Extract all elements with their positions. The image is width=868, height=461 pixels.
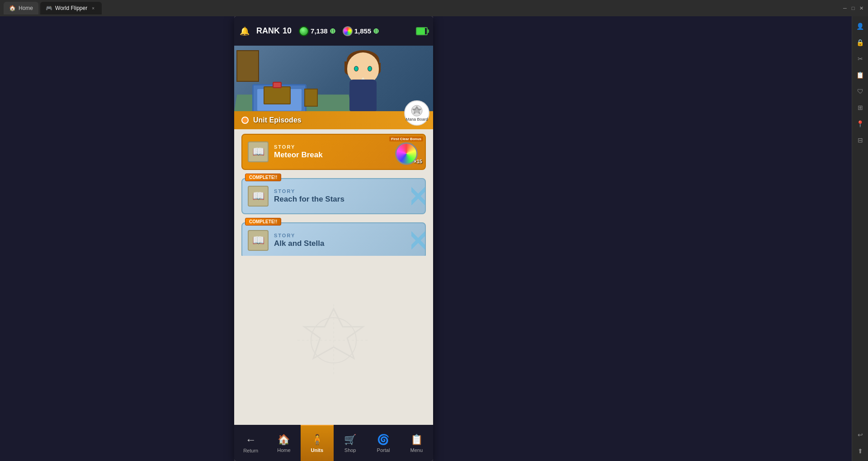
character-left-eye: [354, 66, 359, 71]
mana-board-button[interactable]: Mana Board: [404, 100, 429, 126]
first-clear-label: First Clear Bonus: [389, 136, 423, 141]
sphere-resource-icon: [343, 26, 353, 36]
story-text-group-2: STORY Reach for the Stars: [274, 188, 420, 204]
menu-nav-label: Menu: [410, 447, 423, 453]
tab-home[interactable]: 🏠 Home: [4, 2, 38, 14]
story-title-3: Alk and Stella: [274, 239, 420, 248]
security-icon[interactable]: 🛡: [854, 85, 867, 98]
sidebar-bottom2-icon[interactable]: ⬆: [854, 445, 867, 457]
battery-indicator: [416, 27, 428, 35]
character-right-eye: [368, 66, 372, 71]
nav-portal[interactable]: 🌀 Portal: [367, 425, 400, 461]
green-resource-add-button[interactable]: ⊕: [330, 27, 335, 35]
location-icon[interactable]: 📍: [854, 118, 867, 130]
units-nav-label: Units: [311, 447, 324, 453]
pixel-table: [264, 86, 291, 104]
watermark-svg: [293, 300, 374, 381]
home-nav-label: Home: [277, 447, 290, 453]
story-item-meteor-break-content: STORY Meteor Break First Clear Bonus ×15: [242, 135, 425, 169]
nav-menu[interactable]: 📋 Menu: [400, 425, 433, 461]
return-arrow-icon: ←: [245, 433, 256, 446]
story-text-group-3: STORY Alk and Stella: [274, 233, 420, 248]
pixel-table-item: [273, 82, 282, 88]
shop-nav-icon: 🛒: [344, 434, 356, 446]
story-item-stars[interactable]: STORY Reach for the Stars: [241, 178, 426, 214]
tab-game[interactable]: 🎮 World Flipper ×: [40, 2, 102, 14]
pixel-chair: [304, 89, 318, 107]
units-nav-icon: 🧍: [311, 434, 323, 446]
nav-home[interactable]: 🏠 Home: [267, 425, 300, 461]
minimize-button[interactable]: ─: [842, 5, 848, 11]
hero-area: Unit Episodes Mana Board: [234, 46, 433, 129]
rank-display: RANK 10: [255, 26, 292, 36]
mana-board-label: Mana Board: [406, 117, 428, 122]
home-tab-icon: 🏠: [9, 5, 16, 11]
sidebar-bottom-icon[interactable]: ↩: [854, 428, 867, 441]
rank-value: 10: [283, 26, 292, 35]
scissors-icon[interactable]: ✂: [854, 52, 867, 65]
sphere-resource-group: 1,855 ⊕: [343, 26, 379, 36]
story-title-2: Reach for the Stars: [274, 195, 420, 204]
story-item-alk-wrapper: COMPLETE!! STORY Alk and Stella: [241, 222, 426, 259]
fcb-count: ×15: [414, 159, 422, 164]
bottom-nav: ← Return 🏠 Home 🧍 Units 🛒 Shop 🌀 Portal …: [234, 425, 433, 461]
story-item-meteor-break[interactable]: STORY Meteor Break First Clear Bonus ×15: [241, 134, 426, 170]
notification-bell-icon[interactable]: 🔔: [240, 26, 250, 36]
pixel-bookcase: [236, 50, 259, 82]
game-empty-area: [234, 256, 433, 425]
portal-nav-label: Portal: [377, 447, 390, 453]
browser-controls: ─ □ ✕: [842, 5, 864, 11]
nav-units[interactable]: 🧍 Units: [301, 425, 334, 461]
home-tab-label: Home: [19, 5, 33, 11]
story-type-label-2: STORY: [274, 188, 420, 194]
story-book-icon-2: [248, 186, 269, 207]
story-item-stars-content: STORY Reach for the Stars: [242, 179, 425, 213]
lock-icon[interactable]: 🔒: [854, 36, 867, 49]
portal-nav-icon: 🌀: [377, 434, 389, 446]
mana-board-icon: [410, 104, 423, 117]
complete-badge-2: COMPLETE!!: [245, 218, 281, 226]
tab-close-button[interactable]: ×: [90, 5, 96, 11]
game-hud: 🔔 RANK 10 7,138 ⊕ 1,855 ⊕: [234, 16, 433, 46]
green-resource-group: 7,138 ⊕: [299, 26, 335, 36]
browser-chrome: 🏠 Home 🎮 World Flipper × ─ □ ✕: [0, 0, 868, 16]
browser-sidebar: 👤 🔒 ✂ 📋 🛡 ⊞ 📍 ⊟ ↩ ⬆: [852, 16, 868, 461]
story-book-icon-3: [248, 230, 269, 251]
character-torso: [349, 80, 377, 111]
unit-episodes-label: Unit Episodes: [253, 116, 302, 124]
nav-return[interactable]: ← Return: [234, 425, 267, 461]
clipboard-icon[interactable]: 📋: [854, 69, 867, 81]
return-label: Return: [243, 448, 258, 453]
character-eyes: [354, 66, 372, 71]
green-resource-value: 7,138: [311, 27, 328, 35]
minus-square-icon[interactable]: ⊟: [854, 134, 867, 146]
green-resource-icon: [299, 26, 309, 36]
unit-episodes-dot: [241, 117, 249, 124]
sphere-resource-value: 1,855: [354, 27, 372, 35]
complete-badge-1: COMPLETE!!: [245, 174, 281, 181]
story-type-label-3: STORY: [274, 233, 420, 238]
first-clear-bonus: First Clear Bonus ×15: [389, 136, 423, 165]
story-item-alk[interactable]: STORY Alk and Stella: [241, 222, 426, 259]
game-window: 🔔 RANK 10 7,138 ⊕ 1,855 ⊕: [234, 16, 433, 461]
shop-nav-label: Shop: [344, 447, 356, 453]
story-item-stars-wrapper: COMPLETE!! STORY Reach for the Stars: [241, 178, 426, 214]
sphere-resource-add-button[interactable]: ⊕: [373, 27, 379, 35]
unit-episodes-bar: Unit Episodes: [234, 111, 433, 129]
maximize-button[interactable]: □: [850, 5, 856, 11]
menu-nav-icon: 📋: [410, 434, 423, 446]
story-item-alk-content: STORY Alk and Stella: [242, 223, 425, 258]
story-book-icon-1: [248, 141, 269, 162]
close-window-button[interactable]: ✕: [858, 5, 864, 11]
game-watermark: [288, 295, 379, 386]
grid-icon[interactable]: ⊞: [854, 101, 867, 114]
rank-label: RANK: [256, 26, 280, 35]
home-nav-icon: 🏠: [278, 434, 290, 446]
game-tab-label: World Flipper: [55, 5, 87, 11]
game-tab-icon: 🎮: [46, 5, 52, 11]
profile-icon[interactable]: 👤: [854, 20, 867, 33]
nav-shop[interactable]: 🛒 Shop: [334, 425, 367, 461]
battery-fill: [417, 28, 425, 34]
